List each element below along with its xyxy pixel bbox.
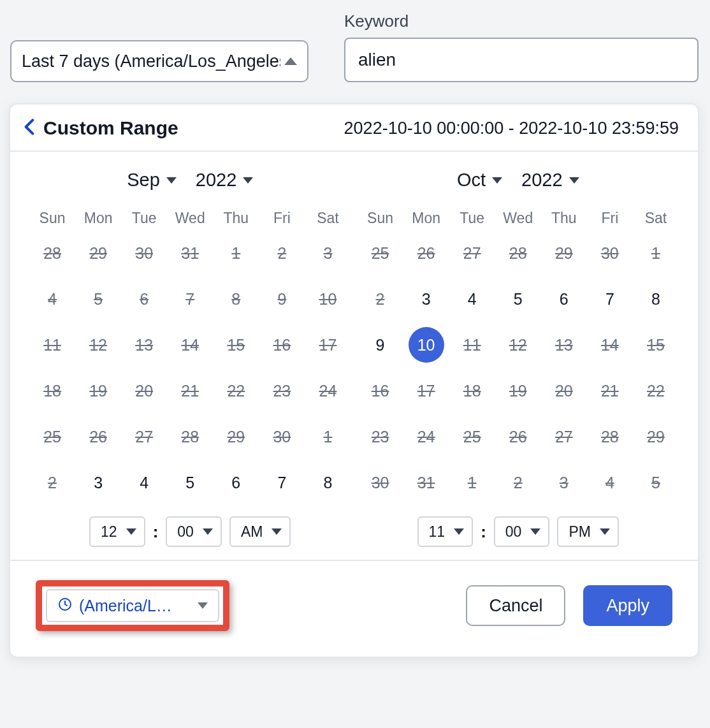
weekday-header: Wed (167, 210, 213, 227)
calendar-day: 29 (541, 238, 587, 268)
start-hour-text: 12 (101, 523, 117, 541)
weekday-header: Fri (259, 210, 305, 227)
calendar-day: 28 (167, 422, 213, 451)
end-ampm-select[interactable]: PM (557, 516, 619, 547)
daterange-select[interactable]: Last 7 days (America/Los_Angeles (10, 40, 308, 82)
keyword-input[interactable] (344, 38, 699, 82)
calendar-day: 17 (305, 330, 351, 360)
calendar-day: 18 (449, 376, 495, 405)
chevron-down-icon (126, 528, 136, 535)
calendar-day[interactable]: 8 (633, 284, 679, 314)
calendar-day: 12 (75, 330, 121, 360)
weekday-header: Thu (213, 210, 259, 227)
calendar-day: 2 (495, 468, 541, 497)
calendar-day: 28 (29, 238, 75, 268)
calendar-day: 1 (633, 238, 679, 268)
calendar-day: 30 (358, 468, 403, 497)
month-select-left[interactable]: Sep (127, 170, 177, 191)
calendar-day: 9 (259, 284, 305, 314)
calendar-day: 15 (213, 330, 259, 360)
calendar-day: 25 (358, 238, 403, 268)
calendar-day: 19 (495, 376, 541, 405)
start-hour-select[interactable]: 12 (89, 516, 145, 547)
year-select-right[interactable]: 2022 (521, 170, 579, 191)
calendar-day[interactable]: 5 (167, 468, 213, 497)
chevron-down-icon (166, 177, 177, 184)
calendar-day: 20 (541, 376, 587, 405)
start-minute-select[interactable]: 00 (166, 516, 222, 547)
calendar-day: 31 (167, 238, 213, 268)
chevron-down-icon (492, 177, 502, 184)
calendar-day: 5 (633, 468, 679, 497)
end-hour-select[interactable]: 11 (417, 516, 474, 547)
calendar-day: 21 (167, 376, 213, 405)
year-select-left[interactable]: 2022 (196, 170, 254, 191)
weekday-header: Tue (121, 210, 167, 227)
chevron-down-icon (600, 528, 610, 535)
calendar-day[interactable]: 5 (495, 284, 541, 314)
calendar-day: 14 (167, 330, 213, 360)
calendar-right: Oct 2022 SunMonTueWedThuFriSat 252627282… (358, 170, 679, 547)
calendar-day: 8 (213, 284, 259, 314)
year-select-left-text: 2022 (196, 170, 237, 191)
calendar-day: 15 (633, 330, 679, 360)
timezone-text: (America/L… (79, 597, 191, 615)
weekday-header: Sat (305, 210, 351, 227)
end-ampm-text: PM (569, 523, 591, 541)
calendar-day: 1 (449, 468, 495, 497)
calendar-day: 4 (587, 468, 633, 497)
back-icon[interactable] (24, 118, 34, 138)
calendar-day: 29 (213, 422, 259, 451)
calendar-day: 26 (495, 422, 541, 451)
start-ampm-text: AM (241, 523, 263, 541)
calendar-day: 1 (213, 238, 259, 268)
calendar-day[interactable]: 8 (305, 468, 351, 497)
calendar-day[interactable]: 3 (403, 284, 449, 314)
start-ampm-select[interactable]: AM (229, 516, 291, 547)
calendar-day: 27 (449, 238, 495, 268)
month-select-right[interactable]: Oct (457, 170, 502, 191)
calendar-day: 28 (495, 238, 541, 268)
calendar-day: 2 (259, 238, 305, 268)
apply-button[interactable]: Apply (583, 585, 672, 626)
calendar-day: 22 (633, 376, 679, 405)
cancel-button[interactable]: Cancel (466, 585, 565, 626)
calendar-day: 7 (167, 284, 213, 314)
caret-down-icon (198, 602, 208, 609)
calendar-day: 29 (75, 238, 121, 268)
calendar-day[interactable]: 6 (213, 468, 259, 497)
calendar-day: 30 (259, 422, 305, 451)
calendar-day[interactable]: 4 (449, 284, 495, 314)
calendar-day: 12 (495, 330, 541, 360)
calendar-day[interactable]: 10 (409, 327, 444, 363)
calendar-day: 18 (29, 376, 75, 405)
timezone-select[interactable]: (America/L… (46, 589, 219, 622)
calendar-day: 25 (29, 422, 75, 451)
calendar-day[interactable]: 9 (358, 330, 403, 360)
calendar-day: 30 (587, 238, 633, 268)
chevron-down-icon (454, 528, 464, 535)
weekday-header: Wed (495, 210, 541, 227)
calendar-day[interactable]: 7 (587, 284, 633, 314)
calendar-day: 25 (449, 422, 495, 451)
calendar-day: 27 (541, 422, 587, 451)
end-minute-select[interactable]: 00 (494, 516, 550, 547)
calendar-day[interactable]: 7 (259, 468, 305, 497)
calendar-day[interactable]: 4 (121, 468, 167, 497)
calendar-day: 5 (75, 284, 121, 314)
calendar-day: 28 (587, 422, 633, 451)
calendar-day: 19 (75, 376, 121, 405)
calendar-day[interactable]: 6 (541, 284, 587, 314)
daterange-popup: Custom Range 2022-10-10 00:00:00 - 2022-… (9, 103, 699, 658)
calendar-day: 27 (121, 422, 167, 451)
calendar-day[interactable]: 3 (75, 468, 121, 497)
apply-button-label: Apply (606, 596, 649, 616)
calendar-day: 21 (587, 376, 633, 405)
calendar-day: 16 (358, 376, 403, 405)
calendar-day: 29 (633, 422, 679, 451)
popup-title: Custom Range (43, 117, 178, 139)
cancel-button-label: Cancel (489, 596, 542, 616)
calendar-day: 4 (29, 284, 75, 314)
chevron-down-icon (243, 177, 253, 184)
calendar-day: 10 (305, 284, 351, 314)
